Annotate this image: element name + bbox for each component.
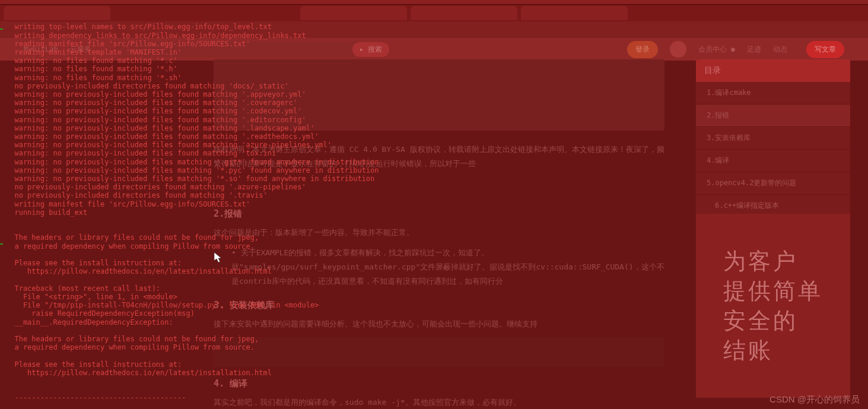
terminal-line: warning: no previously-included files fo… bbox=[6, 90, 862, 99]
terminal-line: no previously-included directories found… bbox=[6, 183, 862, 191]
marker bbox=[0, 28, 3, 30]
terminal-line: writing top-level names to src/Pillow.eg… bbox=[6, 23, 862, 31]
terminal-line: warning: no previously-included files ma… bbox=[6, 175, 862, 183]
terminal-line: warning: no files found matching '*.sh' bbox=[6, 74, 862, 82]
terminal-line: warning: no previously-included files fo… bbox=[6, 107, 862, 115]
terminal-output[interactable]: writing top-level names to src/Pillow.eg… bbox=[6, 6, 862, 403]
terminal-line: https://pillow.readthedocs.io/en/latest/… bbox=[6, 267, 862, 275]
terminal-line: __main__.RequiredDependencyException: bbox=[6, 318, 862, 326]
terminal-line: reading manifest template 'MANIFEST.in' bbox=[6, 48, 862, 56]
terminal-line: File "/tmp/pip-install-TO4cnH/pillow/set… bbox=[6, 301, 862, 309]
terminal-line: The headers or library files could not b… bbox=[6, 233, 862, 242]
terminal-line bbox=[6, 217, 862, 225]
watermark: CSDN @开心的饲养员 bbox=[770, 394, 860, 405]
terminal-line: warning: no previously-included files ma… bbox=[6, 158, 862, 166]
terminal-line bbox=[6, 251, 862, 259]
terminal-line: warning: no files found matching '*.h' bbox=[6, 65, 862, 73]
terminal-line: warning: no previously-included files fo… bbox=[6, 141, 862, 149]
terminal-line: warning: no previously-included files ma… bbox=[6, 166, 862, 175]
terminal-line: writing dependency_links to src/Pillow.e… bbox=[6, 31, 862, 40]
terminal-line: no previously-included directories found… bbox=[6, 191, 862, 199]
os-taskbar bbox=[0, 0, 868, 5]
terminal-line: warning: no previously-included files fo… bbox=[6, 99, 862, 107]
terminal-line: a required dependency when compiling Pil… bbox=[6, 242, 862, 251]
terminal-line bbox=[6, 225, 862, 233]
terminal-line: reading manifest file 'src/Pillow.egg-in… bbox=[6, 40, 862, 48]
terminal-line: a required dependency when compiling Pil… bbox=[6, 343, 862, 351]
terminal-line: Please see the install instructions at: bbox=[6, 360, 862, 369]
terminal-line: running build_ext bbox=[6, 208, 862, 217]
terminal-line: warning: no previously-included files fo… bbox=[6, 132, 862, 141]
mouse-cursor bbox=[214, 252, 224, 264]
terminal-line: warning: no previously-included files fo… bbox=[6, 116, 862, 124]
terminal-line: no previously-included directories found… bbox=[6, 82, 862, 90]
terminal-line: The headers or library files could not b… bbox=[6, 335, 862, 343]
terminal-line bbox=[6, 351, 862, 360]
terminal-line: raise RequiredDependencyException(msg) bbox=[6, 309, 862, 318]
terminal-line: Traceback (most recent call last): bbox=[6, 284, 862, 293]
terminal-line: warning: no files found matching '*.c' bbox=[6, 56, 862, 65]
terminal-line: warning: no previously-included files fo… bbox=[6, 124, 862, 132]
terminal-line bbox=[6, 377, 862, 385]
terminal-line: ---------------------------------------- bbox=[6, 394, 862, 402]
terminal-line bbox=[6, 276, 862, 284]
terminal-line: writing manifest file 'src/Pillow.egg-in… bbox=[6, 200, 862, 208]
terminal-line bbox=[6, 326, 862, 335]
terminal-line: Please see the install instructions at: bbox=[6, 259, 862, 267]
terminal-line bbox=[6, 385, 862, 394]
terminal-line: File "<string>", line 1, in <module> bbox=[6, 293, 862, 301]
terminal-line: warning: no previously-included files fo… bbox=[6, 149, 862, 157]
terminal-line: https://pillow.readthedocs.io/en/latest/… bbox=[6, 369, 862, 377]
marker bbox=[0, 243, 3, 245]
